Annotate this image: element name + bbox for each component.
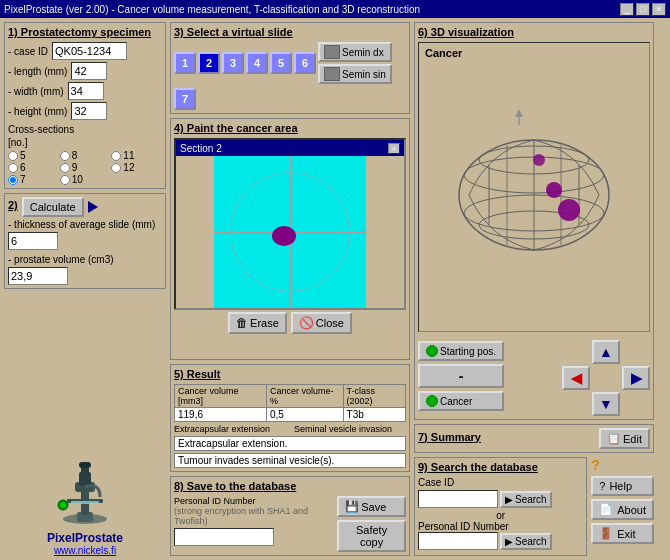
safety-copy-button[interactable]: Safety copy	[337, 520, 406, 552]
section4-title: 4) Paint the cancer area	[174, 122, 406, 134]
calculate-button[interactable]: Calculate	[22, 197, 84, 217]
height-label: - height (mm)	[8, 106, 67, 117]
starting-pos-button[interactable]: Starting pos.	[418, 341, 504, 361]
radio-8[interactable]: 8	[60, 150, 111, 161]
radio-9[interactable]: 9	[60, 162, 111, 173]
svg-point-22	[558, 199, 580, 221]
nav-left-button[interactable]: ◀	[562, 366, 590, 390]
case-id-search-row: Case ID	[418, 477, 583, 488]
slide-2-button[interactable]: 2	[198, 52, 220, 74]
slide-6-button[interactable]: 6	[294, 52, 316, 74]
section7-title: 7) Summary	[418, 431, 481, 443]
radio-11[interactable]: 11	[111, 150, 162, 161]
exit-icon: 🚪	[599, 527, 613, 540]
personal-id-search-label: Personal ID Number	[418, 521, 583, 532]
slide-7-button[interactable]: 7	[174, 88, 196, 110]
help-question-icon: ?	[591, 457, 600, 473]
svg-rect-6	[79, 462, 91, 468]
slide-buttons: 1 2 3 4 5 6 Semin dx Semin sin	[174, 42, 406, 84]
empty-5	[622, 392, 650, 416]
height-input[interactable]	[71, 102, 107, 120]
save-button[interactable]: 💾 Save	[337, 496, 406, 517]
length-row: - length (mm)	[8, 62, 162, 80]
personal-id-search-input[interactable]	[418, 532, 498, 550]
section5-box: 5) Result Cancer volume [mm3] Cancer vol…	[170, 364, 410, 472]
case-id-search-input[interactable]	[418, 490, 498, 508]
length-input[interactable]	[71, 62, 107, 80]
help-icon: ?	[599, 480, 605, 492]
slide-4-button[interactable]: 4	[246, 52, 268, 74]
erase-label: Erase	[250, 317, 279, 329]
volume-input[interactable]	[8, 267, 68, 285]
green-circle-icon	[426, 345, 438, 357]
slide-5-button[interactable]: 5	[270, 52, 292, 74]
section7-box: 7) Summary 📋 Edit	[414, 424, 654, 453]
cancer-3d-button[interactable]: Cancer	[418, 391, 504, 411]
section1-box: 1) Prostatectomy specimen - case ID - le…	[4, 22, 166, 189]
slide-3-button[interactable]: 3	[222, 52, 244, 74]
radio-6[interactable]: 6	[8, 162, 59, 173]
minimize-button[interactable]: _	[620, 3, 634, 16]
calc-btn-row: 2) Calculate	[8, 197, 162, 217]
edit-button[interactable]: 📋 Edit	[599, 428, 650, 449]
logo-link[interactable]: www.nickels.fi	[4, 545, 166, 556]
section4-box: 4) Paint the cancer area Section 2 × �	[170, 118, 410, 360]
col-tclass: T-class (2002)	[343, 385, 405, 408]
radio-12[interactable]: 12	[111, 162, 162, 173]
semin-sin-icon	[324, 67, 340, 81]
visualization-box: Cancer	[418, 42, 650, 332]
semin-dx-button[interactable]: Semin dx	[318, 42, 392, 62]
cancer-viz-label: Cancer	[425, 47, 462, 59]
radio-5[interactable]: 5	[8, 150, 59, 161]
exit-button[interactable]: 🚪 Exit	[591, 523, 654, 544]
semin-buttons: Semin dx Semin sin	[318, 42, 392, 84]
cancer-3d-label: Cancer	[440, 396, 472, 407]
close-button[interactable]: ×	[652, 3, 666, 16]
edit-label: Edit	[623, 433, 642, 445]
maximize-button[interactable]: □	[636, 3, 650, 16]
search-case-label: Search	[515, 494, 547, 505]
erase-button[interactable]: 🗑 Erase	[228, 312, 287, 334]
app-title: PixelProstate (ver 2.00) - Cancer volume…	[4, 4, 420, 15]
title-bar: PixelProstate (ver 2.00) - Cancer volume…	[0, 0, 670, 18]
svg-point-21	[546, 182, 562, 198]
nav-up-button[interactable]: ▲	[592, 340, 620, 364]
width-input[interactable]	[68, 82, 104, 100]
pid-input[interactable]	[174, 528, 274, 546]
help-button[interactable]: ? Help	[591, 476, 654, 496]
edit-icon: 📋	[607, 432, 621, 445]
window-controls[interactable]: _ □ ×	[620, 3, 666, 16]
case-id-label: - case ID	[8, 46, 48, 57]
nav-buttons: ▲ ◀ ▶ ▼	[562, 340, 650, 416]
search-case-id-button[interactable]: ▶ Search	[500, 491, 552, 508]
section1-title: 1) Prostatectomy specimen	[8, 26, 162, 38]
minus-button[interactable]: -	[418, 364, 504, 388]
svg-point-10	[60, 502, 66, 508]
slide-1-button[interactable]: 1	[174, 52, 196, 74]
save-label: Save	[361, 501, 386, 513]
green-circle-2-icon	[426, 395, 438, 407]
slide-row2: 7	[174, 88, 406, 110]
radio-10[interactable]: 10	[60, 174, 111, 185]
about-button[interactable]: 📄 About	[591, 499, 654, 520]
ext-row: Extracapsular extension Seminal vesicle …	[174, 424, 406, 434]
paint-close-button[interactable]: ×	[388, 143, 400, 154]
search-personal-id-button[interactable]: ▶ Search	[500, 533, 552, 550]
search-arrow2-icon: ▶	[505, 536, 513, 547]
pid-label: Personal ID Number	[174, 496, 284, 506]
semin-sin-button[interactable]: Semin sin	[318, 64, 392, 84]
microscope-svg	[4, 457, 166, 529]
section3-box: 3) Select a virtual slide 1 2 3 4 5 6 Se…	[170, 22, 410, 114]
exit-label: Exit	[617, 528, 635, 540]
section2-title: 2)	[8, 199, 18, 211]
pid-area: Personal ID Number (strong encryption wi…	[174, 496, 333, 552]
case-id-input[interactable]	[52, 42, 127, 60]
nav-down-button[interactable]: ▼	[592, 392, 620, 416]
radio-7[interactable]: 7	[8, 174, 59, 185]
thickness-input[interactable]	[8, 232, 58, 250]
nav-right-button[interactable]: ▶	[622, 366, 650, 390]
ext-value: Extracapsular extension.	[174, 436, 406, 451]
close-icon: 🚫	[299, 316, 314, 330]
canvas-area[interactable]	[214, 156, 366, 308]
close-button[interactable]: 🚫 Close	[291, 312, 352, 334]
